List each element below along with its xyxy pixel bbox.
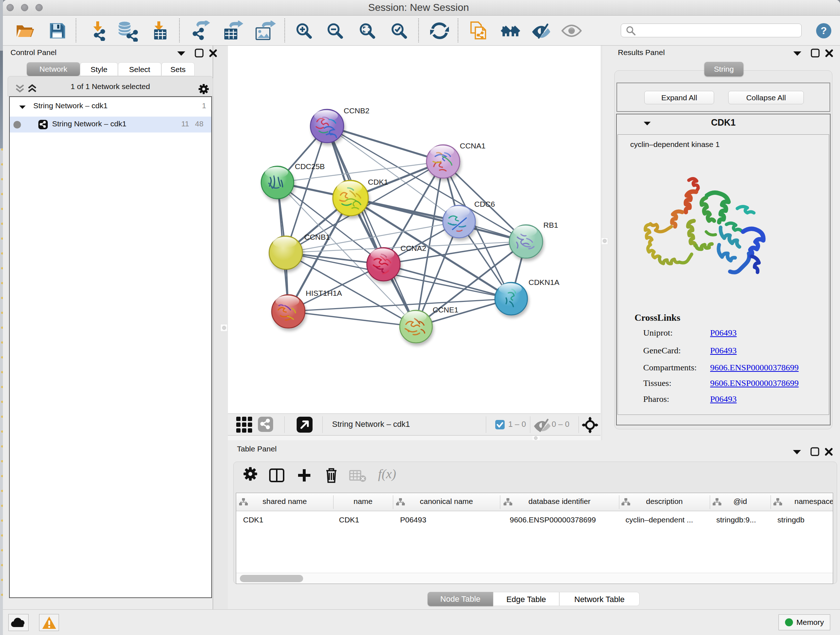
svg-text:CDC25B: CDC25B bbox=[295, 162, 325, 171]
svg-text:HIST1H1A: HIST1H1A bbox=[306, 289, 342, 297]
svg-text:RB1: RB1 bbox=[543, 221, 558, 229]
svg-text:CCNB1: CCNB1 bbox=[304, 233, 330, 241]
svg-text:CDK1: CDK1 bbox=[368, 178, 388, 186]
svg-text:CDC6: CDC6 bbox=[474, 200, 495, 208]
svg-text:CCNA2: CCNA2 bbox=[401, 244, 426, 252]
svg-text:CCNA1: CCNA1 bbox=[460, 141, 485, 150]
svg-text:CCNB2: CCNB2 bbox=[344, 106, 369, 115]
svg-text:CDKN1A: CDKN1A bbox=[529, 278, 559, 287]
svg-text:CCNE1: CCNE1 bbox=[433, 306, 458, 314]
svg-text:?: ? bbox=[821, 25, 827, 36]
